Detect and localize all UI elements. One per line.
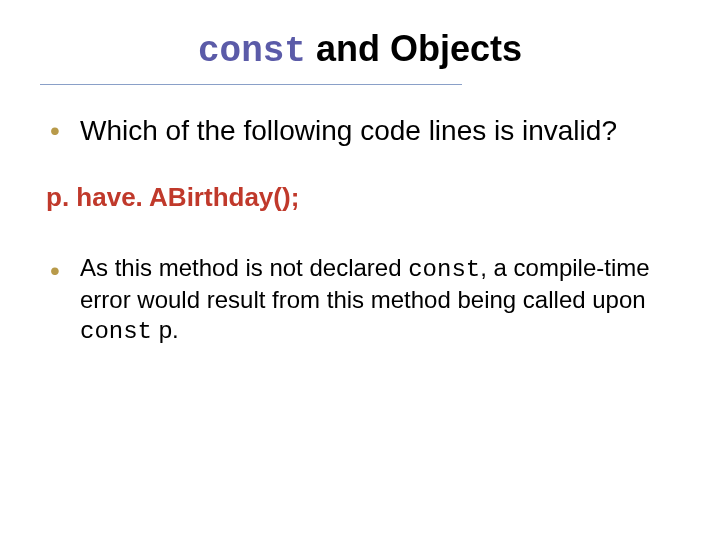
question-text: Which of the following code lines is inv… [80,115,617,146]
code-line: p. have. ABirthday(); [46,182,680,213]
bullet-question: Which of the following code lines is inv… [50,113,680,148]
slide-title: const and Objects [40,28,680,72]
title-rest: and Objects [306,28,522,69]
title-underline [40,84,462,85]
title-keyword: const [198,31,306,72]
slide: const and Objects Which of the following… [0,0,720,540]
bullet-list-2: As this method is not declared const, a … [40,253,680,347]
answer-post: p. [152,316,179,343]
bullet-answer: As this method is not declared const, a … [50,253,680,347]
code-text: p. have. ABirthday(); [46,182,299,212]
answer-kw1: const [408,256,480,283]
answer-kw2: const [80,318,152,345]
answer-pre: As this method is not declared [80,254,408,281]
bullet-list: Which of the following code lines is inv… [40,113,680,148]
